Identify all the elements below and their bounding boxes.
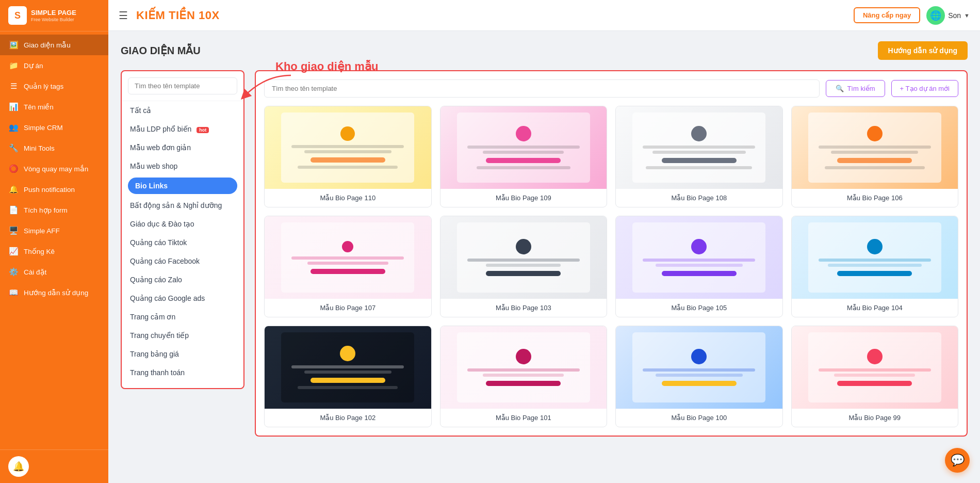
page-content: GIAO DIỆN MẪU Hướng dẫn sử dụng Tất cả M… [108,31,980,483]
filter-item-tiktok[interactable]: Quảng cáo Tiktok [122,233,243,252]
sidebar-item-label: Vòng quay may mắn [24,165,88,173]
filter-item-ldp[interactable]: Mẫu LDP phổ biến hot [122,120,243,138]
filter-item-giao-duc[interactable]: Giáo dục & Đào tạo [122,215,243,233]
filter-item-cam-on[interactable]: Trang cảm ơn [122,308,243,326]
settings-icon: ⚙️ [8,267,19,277]
template-card-105[interactable]: Mẫu Bio Page 105 [615,216,783,317]
search-icon: 🔍 [836,85,844,92]
topbar-right: Nâng cấp ngay 🌐 Son ▼ [854,6,970,25]
template-card-106[interactable]: Mẫu Bio Page 106 [791,106,959,207]
sidebar-item-simple-crm[interactable]: 👥 Simple CRM [0,117,108,138]
logo-icon: S [8,6,27,25]
sidebar-item-push-notification[interactable]: 🔔 Push notification [0,179,108,200]
filter-item-bat-dong-san[interactable]: Bất động sản & Nghỉ dưỡng [122,196,243,215]
template-label: Mẫu Bio Page 105 [616,299,782,317]
template-label: Mẫu Bio Page 103 [440,299,607,317]
bell-icon: 🔔 [8,184,19,195]
logo-sub: Free Website Builder [31,17,76,22]
filter-item-all[interactable]: Tất cả [122,101,243,120]
sidebar-item-label: Simple CRM [24,124,63,132]
search-button[interactable]: 🔍 Tìm kiếm [826,80,885,97]
template-label: Mẫu Bio Page 102 [265,409,431,427]
template-label: Mẫu Bio Page 106 [792,189,958,207]
template-card-99[interactable]: Mẫu Bio Page 99 [791,326,959,427]
hot-badge: hot [197,127,209,133]
template-label: Mẫu Bio Page 104 [792,299,958,317]
sidebar-item-ten-mien[interactable]: 📊 Tên miền [0,96,108,117]
wheel-icon: ⭕ [8,164,19,174]
sidebar-item-quan-ly-tags[interactable]: ☰ Quản lý tags [0,76,108,96]
template-label: Mẫu Bio Page 107 [265,299,431,317]
sidebar-item-du-an[interactable]: 📁 Dự án [0,55,108,76]
template-label: Mẫu Bio Page 100 [616,409,782,427]
template-label: Mẫu Bio Page 109 [440,189,607,207]
filter-item-thanh-toan[interactable]: Trang thanh toán [122,363,243,382]
template-card-104[interactable]: Mẫu Bio Page 104 [791,216,959,317]
user-info: 🌐 Son ▼ [926,6,970,25]
template-grid: Mẫu Bio Page 110 Mẫu Bio [264,106,958,427]
create-project-button[interactable]: + Tạo dự án mới [891,80,958,97]
filter-item-bang-gia[interactable]: Trang bảng giá [122,345,243,363]
template-card-102[interactable]: Mẫu Bio Page 102 [264,326,432,427]
filter-item-web-shop[interactable]: Mẫu web shop [122,157,243,175]
filter-item-google-ads[interactable]: Quảng cáo Google ads [122,289,243,308]
filter-item-don-gian[interactable]: Mẫu web đơn giản [122,138,243,157]
template-label: Mẫu Bio Page 101 [440,409,607,427]
filter-item-facebook[interactable]: Quảng cáo Facebook [122,252,243,270]
topbar-left: ☰ KIẾM TIỀN 10X [119,9,220,22]
sidebar-item-label: Dự án [24,61,43,70]
sidebar-item-tich-hop-form[interactable]: 📄 Tích hợp form [0,200,108,220]
sidebar-item-simple-aff[interactable]: 🖥️ Simple AFF [0,220,108,241]
notification-bell-button[interactable]: 🔔 [8,456,29,477]
filter-item-bio-links[interactable]: Bio Links [128,178,237,194]
sidebar-item-vong-quay[interactable]: ⭕ Vòng quay may mắn [0,158,108,179]
crm-icon: 👥 [8,122,19,133]
template-card-103[interactable]: Mẫu Bio Page 103 [440,216,608,317]
brand-heading: KIẾM TIỀN 10X [136,9,220,22]
domain-icon: 📊 [8,102,19,112]
filter-panel: Tất cả Mẫu LDP phổ biến hot Mẫu web đơn … [121,70,244,389]
sidebar-item-giao-dien-mau[interactable]: 🖼️ Giao diện mẫu [0,35,108,55]
sidebar-nav: 🖼️ Giao diện mẫu 📁 Dự án ☰ Quản lý tags … [0,31,108,449]
guide-button[interactable]: Hướng dẫn sử dụng [878,41,968,60]
template-card-107[interactable]: Mẫu Bio Page 107 [264,216,432,317]
logo-text: SIMPLE PAGE [31,9,76,17]
hamburger-icon[interactable]: ☰ [119,9,128,22]
sidebar-item-label: Simple AFF [24,227,60,235]
template-label: Mẫu Bio Page 110 [265,189,431,207]
page-title: GIAO DIỆN MẪU [121,44,201,57]
sidebar-item-label: Mini Tools [24,144,55,152]
content-area: Tất cả Mẫu LDP phổ biến hot Mẫu web đơn … [121,70,968,437]
template-card-109[interactable]: Mẫu Bio Page 109 [440,106,608,207]
upgrade-button[interactable]: Nâng cấp ngay [854,7,920,23]
templates-area: 🔍 Tìm kiếm + Tạo dự án mới [255,70,968,437]
filter-search [122,77,243,101]
chevron-down-icon: ▼ [964,12,970,19]
sidebar-item-cai-dat[interactable]: ⚙️ Cài đặt [0,262,108,282]
project-icon: 📁 [8,60,19,71]
sidebar-item-label: Thống Kê [24,247,55,255]
user-name[interactable]: Son [948,11,961,20]
main-content: ☰ KIẾM TIỀN 10X Nâng cấp ngay 🌐 Son ▼ GI… [108,0,980,483]
sidebar-item-label: Hướng dẫn sử dụng [24,288,88,297]
sidebar-item-label: Tên miền [24,103,54,111]
template-card-110[interactable]: Mẫu Bio Page 110 [264,106,432,207]
avatar: 🌐 [926,6,945,25]
page-header: GIAO DIỆN MẪU Hướng dẫn sử dụng [121,41,968,60]
search-bar: 🔍 Tìm kiếm + Tạo dự án mới [264,79,958,98]
filter-search-input[interactable] [128,77,237,94]
filter-item-zalo[interactable]: Quảng cáo Zalo [122,270,243,289]
template-search-input[interactable] [264,79,820,98]
sidebar-item-mini-tools[interactable]: 🔧 Mini Tools [0,138,108,158]
sidebar-item-thong-ke[interactable]: 📈 Thống Kê [0,241,108,262]
sidebar-item-huong-dan[interactable]: 📖 Hướng dẫn sử dụng [0,282,108,303]
aff-icon: 🖥️ [8,226,19,236]
tags-icon: ☰ [8,81,19,91]
template-card-108[interactable]: Mẫu Bio Page 108 [615,106,783,207]
tools-icon: 🔧 [8,143,19,153]
template-card-100[interactable]: Mẫu Bio Page 100 [615,326,783,427]
template-card-101[interactable]: Mẫu Bio Page 101 [440,326,608,427]
form-icon: 📄 [8,205,19,215]
chat-bubble-button[interactable]: 💬 [945,448,970,473]
filter-item-chuyen-tiep[interactable]: Trang chuyển tiếp [122,326,243,345]
